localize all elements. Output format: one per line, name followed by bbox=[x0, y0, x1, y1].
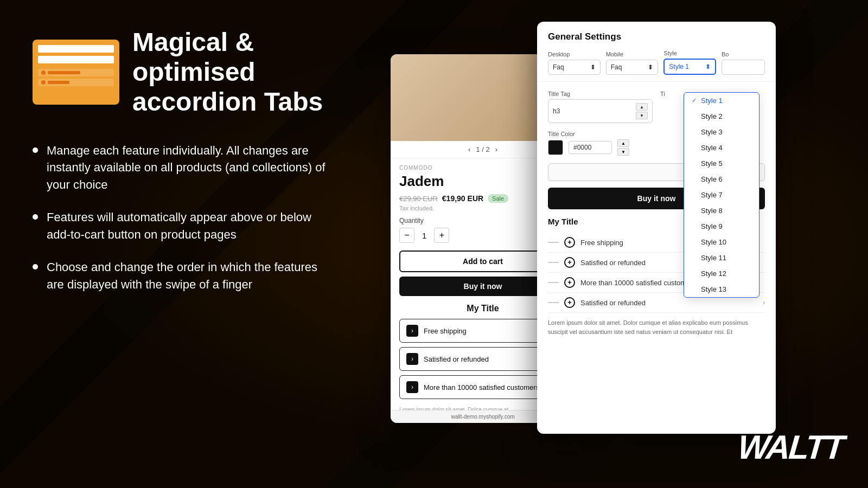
style-option-5[interactable]: ✓ Style 5 bbox=[684, 156, 759, 171]
extra-label: Bo bbox=[722, 51, 765, 57]
acc-line-3 bbox=[548, 282, 559, 283]
pagination-text: 1 / 2 bbox=[476, 145, 489, 153]
settings-col-row: Desktop Faq ⬍ Mobile Faq ⬍ bbox=[548, 50, 765, 75]
waltt-logo: WALTT bbox=[736, 427, 848, 472]
acc-chevron-4: › bbox=[763, 299, 765, 306]
settings-lorem-text: Lorem ipsum dolor sit amet. Dolor cumque… bbox=[548, 318, 765, 336]
style-option-7[interactable]: ✓ Style 7 bbox=[684, 187, 759, 203]
settings-acc-label-4: Satisfied or refunded bbox=[580, 299, 757, 307]
logo-row-2 bbox=[38, 79, 114, 86]
bullet-dot-1 bbox=[33, 147, 38, 153]
style-option-4[interactable]: ✓ Style 4 bbox=[684, 140, 759, 156]
qty-increase[interactable]: + bbox=[434, 228, 449, 243]
logo-dot-1 bbox=[41, 70, 46, 75]
color-input[interactable]: #0000 bbox=[569, 141, 612, 154]
acc-label-3: More than 10000 satisfied customers bbox=[424, 383, 539, 391]
right-panel: ‹ 1 / 2 › COMMODO Jadem €29,90 EUR €19,9… bbox=[369, 0, 868, 488]
bullet-item-1: Manage each feature individually. All ch… bbox=[33, 142, 336, 194]
waltt-logo-svg: WALTT bbox=[736, 427, 848, 465]
style-option-10[interactable]: ✓ Style 10 bbox=[684, 234, 759, 250]
color-arrows: ▲ ▼ bbox=[617, 139, 629, 156]
pagination-next[interactable]: › bbox=[495, 145, 497, 153]
title-tag-field: Title Tag h3 ▲ ▼ bbox=[548, 91, 653, 123]
new-price: €19,90 EUR bbox=[442, 194, 483, 203]
acc-line-1 bbox=[548, 242, 559, 243]
logo-dot-2 bbox=[41, 80, 46, 85]
mobile-label: Mobile bbox=[606, 51, 659, 57]
style-option-3[interactable]: ✓ Style 3 bbox=[684, 124, 759, 140]
style-option-2[interactable]: ✓ Style 2 bbox=[684, 108, 759, 124]
style-option-8[interactable]: ✓ Style 8 bbox=[684, 203, 759, 219]
extra-col: Bo bbox=[722, 51, 765, 75]
sale-badge: Sale bbox=[488, 194, 508, 203]
acc-label-1: Free shipping bbox=[424, 327, 467, 335]
logo-line-sm-2 bbox=[48, 81, 69, 84]
settings-mockup: General Settings Desktop Faq ⬍ Mobile Fa… bbox=[537, 22, 776, 434]
title-tag-down[interactable]: ▼ bbox=[636, 112, 648, 119]
mobile-select[interactable]: Faq ⬍ bbox=[606, 60, 659, 75]
qty-value: 1 bbox=[422, 231, 426, 240]
title-tag-arrows: ▲ ▼ bbox=[636, 103, 648, 119]
acc-arrow-1: › bbox=[406, 325, 418, 337]
title-tag-up[interactable]: ▲ bbox=[636, 103, 648, 111]
settings-header: General Settings Desktop Faq ⬍ Mobile Fa… bbox=[537, 22, 776, 82]
bullet-dot-2 bbox=[33, 214, 38, 220]
style-option-6[interactable]: ✓ Style 6 bbox=[684, 171, 759, 187]
style-option-9[interactable]: ✓ Style 9 bbox=[684, 219, 759, 234]
header-row: Magical & optimised accordion Tabs bbox=[33, 27, 336, 117]
bullet-dot-3 bbox=[33, 264, 38, 269]
style-option-11[interactable]: ✓ Style 11 bbox=[684, 250, 759, 266]
desktop-select[interactable]: Faq ⬍ bbox=[548, 60, 601, 75]
style-select[interactable]: Style 1 ⬍ bbox=[663, 59, 716, 75]
style-option-12[interactable]: ✓ Style 12 bbox=[684, 266, 759, 281]
logo-widget bbox=[33, 40, 119, 105]
logo-bar-mid bbox=[38, 56, 114, 63]
color-down[interactable]: ▼ bbox=[617, 148, 629, 156]
left-panel: Magical & optimised accordion Tabs Manag… bbox=[0, 0, 369, 488]
pagination-prev[interactable]: ‹ bbox=[468, 145, 470, 153]
style-dropdown[interactable]: ✓ Style 1 ✓ Style 2 ✓ Style 3 ✓ Style 4 … bbox=[684, 92, 760, 298]
logo-lines bbox=[38, 69, 114, 86]
desktop-label: Desktop bbox=[548, 51, 601, 57]
acc-circle-3: + bbox=[564, 277, 575, 288]
acc-circle-2: + bbox=[564, 257, 575, 268]
desktop-col: Desktop Faq ⬍ bbox=[548, 51, 601, 75]
title-tag-select[interactable]: h3 ▲ ▼ bbox=[548, 99, 653, 123]
style-option-13[interactable]: ✓ Style 13 bbox=[684, 281, 759, 297]
bullet-item-3: Choose and change the order in which the… bbox=[33, 259, 336, 293]
acc-circle-4: + bbox=[564, 297, 575, 308]
style-col: Style Style 1 ⬍ bbox=[663, 50, 716, 75]
acc-line-2 bbox=[548, 262, 559, 263]
acc-arrow-3: › bbox=[406, 381, 418, 393]
extra-select[interactable] bbox=[722, 60, 765, 75]
acc-line-4 bbox=[548, 302, 559, 303]
title-tag-label: Title Tag bbox=[548, 91, 653, 97]
bullet-list: Manage each feature individually. All ch… bbox=[33, 142, 336, 293]
style-label: Style bbox=[663, 50, 716, 56]
settings-title: General Settings bbox=[548, 31, 765, 42]
color-up[interactable]: ▲ bbox=[617, 139, 629, 147]
old-price: €29,90 EUR bbox=[399, 195, 438, 203]
color-swatch[interactable] bbox=[548, 140, 563, 155]
logo-row-1 bbox=[38, 69, 114, 76]
main-content: Magical & optimised accordion Tabs Manag… bbox=[0, 0, 868, 488]
logo-bar-top bbox=[38, 45, 114, 53]
mobile-col: Mobile Faq ⬍ bbox=[606, 51, 659, 75]
qty-decrease[interactable]: − bbox=[399, 228, 414, 243]
bullet-item-2: Features will automatically appear above… bbox=[33, 209, 336, 243]
main-title: Magical & optimised accordion Tabs bbox=[132, 27, 336, 117]
svg-text:WALTT: WALTT bbox=[736, 428, 848, 465]
acc-circle-1: + bbox=[564, 237, 575, 248]
acc-arrow-2: › bbox=[406, 353, 418, 365]
style-option-1[interactable]: ✓ Style 1 bbox=[684, 93, 759, 108]
acc-label-2: Satisfied or refunded bbox=[424, 355, 489, 363]
logo-line-sm-1 bbox=[48, 71, 80, 74]
